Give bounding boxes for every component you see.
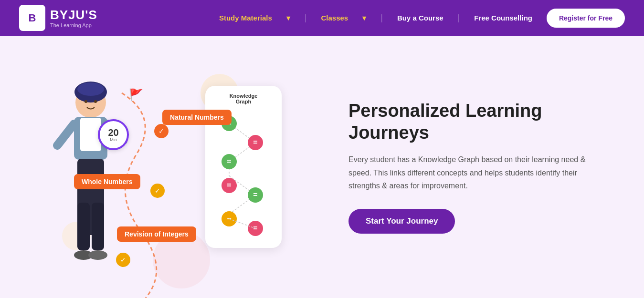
svg-point-13 <box>94 100 97 103</box>
chevron-down-icon-2: ▾ <box>362 14 366 22</box>
svg-point-2 <box>77 82 104 96</box>
header: B BYJU'S The Learning App Study Material… <box>0 0 644 36</box>
brand-tagline: The Learning App <box>50 22 97 28</box>
nav-separator-3: | <box>458 13 460 23</box>
timer-circle: 20 Min <box>98 119 129 150</box>
svg-rect-8 <box>77 203 90 250</box>
section-description: Every student has a Knowledge Graph base… <box>348 153 587 192</box>
nav-study-materials[interactable]: Study Materials <box>219 14 272 22</box>
register-button[interactable]: Register for Free <box>547 9 625 28</box>
right-content-area: Personalized Learning Journeys Every stu… <box>310 72 644 262</box>
start-journey-button[interactable]: Start Your Journey <box>348 209 455 234</box>
nav-classes[interactable]: Classes <box>321 14 348 22</box>
nav-buy-course[interactable]: Buy a Course <box>397 14 443 22</box>
logo-icon: B <box>19 5 45 31</box>
badge-whole-numbers: Whole Numbers <box>74 174 140 189</box>
timer-unit: Min <box>110 137 117 142</box>
flag-icon: 🚩 <box>129 88 143 102</box>
svg-rect-9 <box>92 203 104 250</box>
page-title: Personalized Learning Journeys <box>348 100 606 144</box>
chevron-down-icon: ▾ <box>286 14 290 22</box>
nav-free-counselling[interactable]: Free Counselling <box>474 14 532 22</box>
check-circle-1: ✓ <box>154 124 169 138</box>
logo-text-block: BYJU'S The Learning App <box>50 8 97 28</box>
brand-name: BYJU'S <box>50 8 97 22</box>
main-nav: Study Materials ▾ | Classes ▾ | Buy a Co… <box>219 9 625 28</box>
badge-natural-numbers: Natural Numbers <box>162 110 232 125</box>
logo-symbol: B <box>29 12 36 24</box>
illustration-area: 🚩 ✓ ✓ ✓ 20 Min Natural Numbers Whole Num… <box>0 36 310 298</box>
svg-point-12 <box>84 100 87 103</box>
main-content: 🚩 ✓ ✓ ✓ 20 Min Natural Numbers Whole Num… <box>0 36 644 298</box>
check-circle-3: ✓ <box>116 253 130 267</box>
nav-separator-2: | <box>380 13 383 23</box>
timer-number: 20 <box>108 128 118 137</box>
svg-point-11 <box>88 250 107 260</box>
badge-revision-of-integers: Revision of Integers <box>117 226 196 242</box>
check-circle-2: ✓ <box>150 184 165 198</box>
logo-area: B BYJU'S The Learning App <box>19 5 97 31</box>
nav-separator-1: | <box>305 13 307 23</box>
svg-line-5 <box>57 124 74 145</box>
